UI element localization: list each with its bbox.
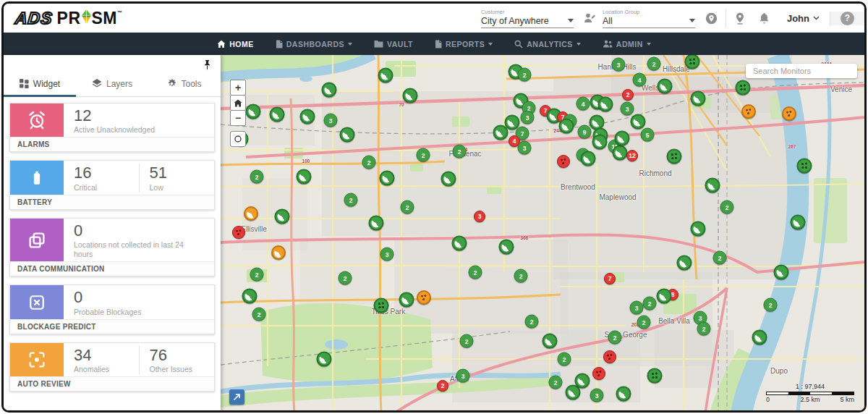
map-marker[interactable]: 2	[339, 271, 352, 285]
map-marker[interactable]	[592, 367, 605, 380]
map-marker[interactable]	[270, 107, 285, 122]
map-marker[interactable]	[380, 171, 395, 186]
map-marker[interactable]	[691, 91, 706, 106]
map-marker[interactable]	[499, 240, 514, 255]
zoom-out-button[interactable]: −	[230, 110, 246, 126]
map-marker[interactable]	[797, 159, 812, 174]
map-marker[interactable]: 4	[633, 73, 647, 87]
map-marker[interactable]: 3	[456, 369, 470, 383]
map-marker[interactable]: 3	[612, 58, 626, 72]
card-data-communication[interactable]: 0 Locations not collected in last 24 hou…	[9, 218, 215, 277]
map-marker[interactable]: 4	[576, 97, 590, 111]
map-marker[interactable]	[677, 255, 692, 271]
map-marker[interactable]	[317, 352, 332, 367]
map-marker[interactable]: 2	[608, 331, 622, 345]
map-marker[interactable]	[774, 265, 789, 280]
notifications-icon[interactable]	[752, 12, 777, 25]
map-marker[interactable]	[575, 373, 590, 389]
map-marker[interactable]	[300, 109, 315, 124]
map-marker[interactable]	[242, 289, 258, 304]
map-marker[interactable]	[322, 83, 337, 98]
map-marker[interactable]	[752, 330, 767, 345]
map-marker[interactable]	[631, 114, 646, 130]
help-button[interactable]: ?	[830, 12, 864, 25]
map-marker[interactable]: 2	[525, 315, 539, 329]
map-marker[interactable]: 2	[460, 334, 474, 348]
map-marker[interactable]: 3	[630, 301, 644, 315]
pin-panel-icon[interactable]	[203, 59, 212, 70]
map-marker[interactable]	[603, 350, 616, 363]
map-marker[interactable]	[657, 289, 672, 304]
map-marker[interactable]	[559, 119, 574, 134]
map-marker[interactable]	[378, 68, 393, 83]
map-marker[interactable]: 2	[344, 193, 358, 207]
map-marker[interactable]	[374, 298, 389, 313]
map-marker[interactable]	[542, 334, 558, 349]
location-group-icon[interactable]	[699, 12, 724, 25]
tab-tools[interactable]: Tools	[148, 71, 221, 96]
map-marker[interactable]	[493, 125, 509, 140]
nav-dashboards[interactable]: DASHBOARDS	[276, 40, 352, 48]
map-pin-icon[interactable]	[728, 12, 752, 25]
card-alarms[interactable]: 12 Active Unacknowledged ALARMS	[9, 103, 215, 152]
map-marker[interactable]: 9	[578, 125, 592, 139]
map-marker[interactable]: 2	[549, 376, 563, 389]
map-marker[interactable]	[246, 104, 261, 119]
map-marker[interactable]: 12	[626, 150, 638, 161]
map-marker[interactable]	[598, 97, 613, 112]
map-marker[interactable]	[741, 104, 756, 119]
map-marker[interactable]	[667, 149, 682, 164]
map-marker[interactable]: 2	[250, 170, 264, 184]
map-marker[interactable]: 3	[324, 114, 338, 127]
map-marker[interactable]	[658, 79, 673, 94]
search-monitors-input[interactable]	[753, 67, 856, 75]
map-marker[interactable]	[647, 368, 663, 384]
map-marker[interactable]: 2	[518, 68, 532, 82]
card-auto-review[interactable]: 34 Anomalies 76 Other Issues AUTO REVIEW	[9, 342, 215, 392]
map-marker[interactable]: 2	[764, 298, 778, 312]
map-marker[interactable]	[417, 290, 431, 305]
customer-select[interactable]: Customer City of Anywhere	[481, 9, 574, 28]
map-marker[interactable]	[782, 106, 796, 121]
map-marker[interactable]: 5	[641, 128, 655, 142]
nav-analytics[interactable]: ANALYTICS	[514, 40, 581, 48]
map-marker[interactable]	[244, 206, 258, 221]
map-marker[interactable]	[441, 172, 456, 187]
map-marker[interactable]	[613, 145, 628, 161]
map-marker[interactable]	[275, 209, 290, 224]
map-marker[interactable]	[232, 226, 245, 239]
map-marker[interactable]: 2	[697, 322, 711, 336]
map-marker[interactable]: 3	[621, 102, 634, 116]
tab-layers[interactable]: Layers	[76, 71, 148, 96]
map-marker[interactable]: 3	[521, 111, 535, 124]
map-marker[interactable]: 2	[637, 316, 651, 329]
map-canvas[interactable]: Hanley HillsHillsdaleWellstonVeniceFront…	[221, 55, 864, 413]
map-marker[interactable]	[616, 386, 631, 402]
map-marker[interactable]: 3	[380, 248, 394, 261]
map-marker[interactable]: 2	[252, 308, 266, 321]
home-extent-button[interactable]	[230, 95, 246, 111]
zoom-in-button[interactable]: +	[230, 80, 246, 96]
map-marker[interactable]: 2	[437, 380, 448, 392]
map-marker[interactable]	[581, 151, 596, 166]
tab-widget[interactable]: Widget	[4, 71, 76, 96]
map-marker[interactable]: 2	[401, 200, 414, 214]
map-marker[interactable]: 3	[590, 389, 604, 402]
map-marker[interactable]	[399, 292, 414, 308]
map-marker[interactable]: 2	[720, 200, 734, 214]
map-marker[interactable]: 2	[647, 57, 661, 71]
map-marker[interactable]: 3	[518, 141, 532, 155]
map-marker[interactable]	[557, 155, 570, 168]
nav-vault[interactable]: VAULT	[374, 40, 413, 48]
map-marker[interactable]: 2	[514, 269, 528, 283]
card-blockage-predict[interactable]: 0 Probable Blockages BLOCKAGE PREDICT	[9, 284, 215, 334]
brand-logo[interactable]: ADS PR SM ™	[4, 4, 123, 33]
map-marker[interactable]	[592, 135, 608, 150]
map-marker[interactable]: 2	[250, 268, 264, 282]
map-marker[interactable]: 2	[643, 297, 657, 310]
map-marker[interactable]: 3	[474, 211, 485, 222]
map-marker[interactable]: 2	[558, 352, 571, 366]
open-fullscreen-button[interactable]	[229, 389, 244, 405]
edit-customer-icon[interactable]	[578, 12, 603, 24]
map-marker[interactable]: 2	[453, 145, 467, 159]
